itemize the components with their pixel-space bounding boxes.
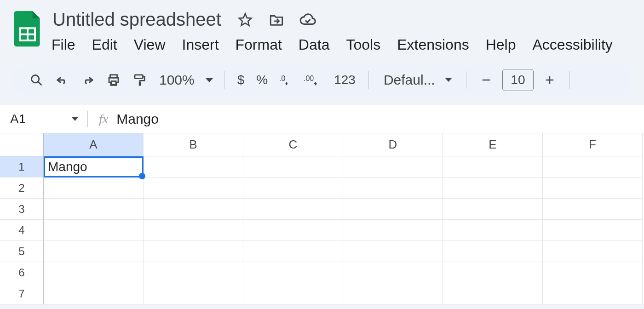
row-header-4[interactable]: 4 [0,220,44,241]
cell-F3[interactable] [543,199,643,220]
row-header-6[interactable]: 6 [0,262,44,283]
menubar: File Edit View Insert Format Data Tools … [51,34,614,55]
cell-C6[interactable] [243,262,343,283]
column-header-A[interactable]: A [44,133,144,156]
format-percent-button[interactable]: % [252,69,272,92]
menu-accessibility[interactable]: Accessibility [532,34,614,55]
cell-A1[interactable]: Mango [44,156,144,177]
cell-E7[interactable] [443,283,543,304]
toolbar: 100% $ % .0 .00 123 Defaul... 10 [13,63,631,97]
svg-rect-6 [111,81,116,85]
document-title[interactable]: Untitled spreadsheet [51,8,223,31]
menu-file[interactable]: File [51,34,76,55]
sheets-logo[interactable] [13,11,42,48]
print-icon[interactable] [102,69,125,92]
cell-F7[interactable] [543,283,643,304]
toolbar-separator [368,71,369,89]
cell-E5[interactable] [443,241,543,262]
cell-F6[interactable] [543,262,643,283]
cell-F4[interactable] [543,220,643,241]
cell-C1[interactable] [243,156,343,177]
menu-edit[interactable]: Edit [91,34,118,55]
column-header-D[interactable]: D [343,133,443,156]
cell-A4[interactable] [44,220,144,241]
cell-A3[interactable] [44,199,144,220]
cell-D2[interactable] [343,177,443,199]
font-size-decrease-button[interactable] [475,69,498,92]
selection-handle[interactable] [139,173,145,179]
font-size-input[interactable]: 10 [502,69,534,91]
cell-E6[interactable] [443,262,543,283]
cell-B6[interactable] [144,262,243,283]
cell-D1[interactable] [343,156,443,177]
cell-B7[interactable] [144,283,243,304]
redo-icon[interactable] [76,69,99,92]
cell-B2[interactable] [144,177,243,199]
cell-C4[interactable] [243,220,343,241]
toolbar-separator [569,71,570,89]
menu-format[interactable]: Format [235,34,283,55]
cell-D4[interactable] [343,220,443,241]
column-header-C[interactable]: C [243,133,343,156]
menu-extensions[interactable]: Extensions [396,34,470,55]
cell-E3[interactable] [443,199,543,220]
name-box[interactable]: A1 [0,105,87,133]
svg-rect-8 [139,82,141,86]
cell-B1[interactable] [144,156,243,177]
cell-A5[interactable] [44,241,144,262]
increase-decimal-icon[interactable]: .00 [301,69,327,92]
select-all-corner[interactable] [0,133,44,156]
menu-help[interactable]: Help [485,34,517,55]
search-icon[interactable] [25,69,48,92]
decrease-decimal-icon[interactable]: .0 [275,69,298,92]
cell-F5[interactable] [543,241,643,262]
row-header-3[interactable]: 3 [0,199,44,220]
cell-E1[interactable] [443,156,543,177]
zoom-select[interactable]: 100% [156,72,213,88]
column-header-E[interactable]: E [443,133,543,156]
column-header-F[interactable]: F [543,133,643,156]
cell-B5[interactable] [144,241,243,262]
format-123-button[interactable]: 123 [329,69,360,92]
cell-A6[interactable] [44,262,144,283]
cell-E2[interactable] [443,177,543,199]
undo-icon[interactable] [51,69,74,92]
formula-bar-input[interactable] [116,105,644,133]
move-to-drive-icon[interactable] [267,11,286,29]
cell-E4[interactable] [443,220,543,241]
menu-tools[interactable]: Tools [345,34,381,55]
menu-view[interactable]: View [133,34,167,55]
cell-D6[interactable] [343,262,443,283]
cell-B4[interactable] [144,220,243,241]
cell-C3[interactable] [243,199,343,220]
cell-D5[interactable] [343,241,443,262]
cell-D7[interactable] [343,283,443,304]
cell-C7[interactable] [243,283,343,304]
toolbar-separator [466,71,466,89]
row-header-7[interactable]: 7 [0,283,44,304]
cell-B3[interactable] [144,199,243,220]
row-header-2[interactable]: 2 [0,177,44,199]
cell-F1[interactable] [543,156,643,177]
zoom-value: 100% [156,72,197,88]
cell-A2[interactable] [44,177,144,199]
cell-D3[interactable] [343,199,443,220]
paint-format-icon[interactable] [128,69,151,92]
row-header-5[interactable]: 5 [0,241,44,262]
font-size-increase-button[interactable] [538,69,561,92]
row-header-1[interactable]: 1 [0,156,44,177]
format-currency-button[interactable]: $ [233,69,249,92]
cell-C2[interactable] [243,177,343,199]
cell-A1-value: Mango [48,160,87,174]
column-header-B[interactable]: B [144,133,243,156]
menu-data[interactable]: Data [298,34,331,55]
svg-line-4 [38,82,41,85]
cell-F2[interactable] [543,177,643,199]
font-family-select[interactable]: Defaul... [377,72,458,88]
cell-A7[interactable] [44,283,144,304]
svg-rect-7 [135,75,143,79]
cloud-status-icon[interactable] [299,11,317,29]
star-icon[interactable] [236,11,254,29]
cell-C5[interactable] [243,241,343,262]
menu-insert[interactable]: Insert [181,34,219,55]
